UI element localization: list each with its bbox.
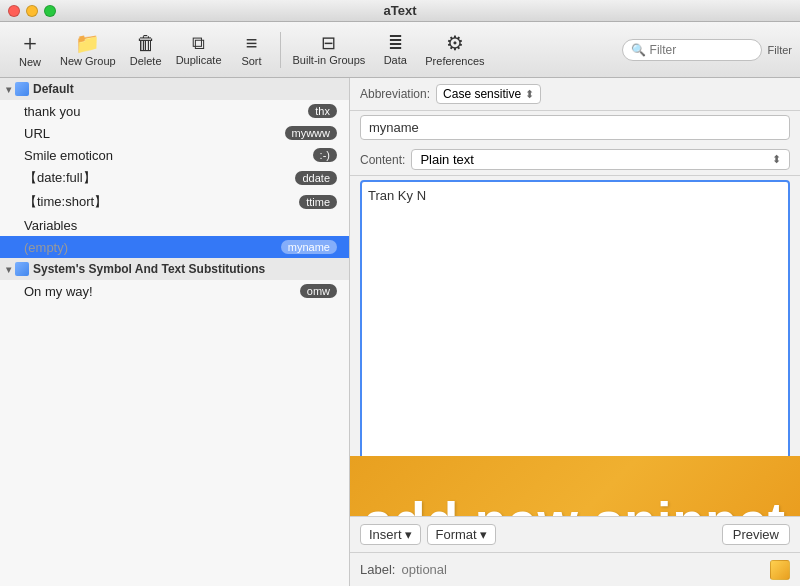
preferences-label: Preferences (425, 55, 484, 67)
format-label: Format (436, 527, 477, 542)
chevron-down-icon-2: ⬍ (772, 153, 781, 166)
banner-text: add new snippet (364, 491, 786, 516)
preview-button[interactable]: Preview (722, 524, 790, 545)
list-item-selected[interactable]: (empty) myname (0, 236, 349, 258)
group-triangle-default: ▾ (6, 84, 11, 95)
chevron-down-icon: ⬍ (525, 88, 534, 101)
item-badge: myname (281, 240, 337, 254)
case-sensitive-value: Case sensitive (443, 87, 521, 101)
label-row: Label: (350, 552, 800, 586)
item-badge: :-) (313, 148, 337, 162)
preview-label: Preview (733, 527, 779, 542)
group-header-default[interactable]: ▾ Default (0, 78, 349, 100)
search-icon: 🔍 (631, 43, 646, 57)
abbreviation-field: myname (360, 115, 790, 140)
abbreviation-value: myname (369, 120, 419, 135)
item-label: 【time:short】 (24, 193, 299, 211)
insert-chevron-icon: ▾ (405, 527, 412, 542)
list-item[interactable]: Variables (0, 214, 349, 236)
item-label: URL (24, 126, 285, 141)
item-badge: mywww (285, 126, 338, 140)
folder-icon-system (15, 262, 29, 276)
title-bar: aText (0, 0, 800, 22)
banner-overlay: add new snippet (350, 456, 800, 516)
group-triangle-system: ▾ (6, 264, 11, 275)
minimize-button[interactable] (26, 5, 38, 17)
list-item[interactable]: On my way! omw (0, 280, 349, 302)
data-icon: ≣ (388, 34, 403, 52)
sidebar: ▾ Default thank you thx URL mywww Smile … (0, 78, 350, 586)
filter-box[interactable]: 🔍 (622, 39, 762, 61)
list-item[interactable]: Smile emoticon :-) (0, 144, 349, 166)
abbreviation-label: Abbreviation: (360, 87, 430, 101)
filter-input[interactable] (650, 43, 753, 57)
item-badge: thx (308, 104, 337, 118)
item-badge: ttime (299, 195, 337, 209)
delete-icon: 🗑 (136, 33, 156, 53)
insert-button[interactable]: Insert ▾ (360, 524, 421, 545)
preferences-icon: ⚙ (446, 33, 464, 53)
content-type-select[interactable]: Plain text ⬍ (411, 149, 790, 170)
list-item[interactable]: URL mywww (0, 122, 349, 144)
list-item[interactable]: 【date:full】 ddate (0, 166, 349, 190)
built-in-groups-button[interactable]: ⊟ Built-in Groups (287, 26, 372, 74)
content-type-value: Plain text (420, 152, 473, 167)
sort-button[interactable]: ≡ Sort (230, 26, 274, 74)
format-chevron-icon: ▾ (480, 527, 487, 542)
built-in-groups-icon: ⊟ (321, 34, 336, 52)
new-label: New (19, 56, 41, 68)
item-label: Smile emoticon (24, 148, 313, 163)
window-title: aText (384, 3, 417, 18)
group-header-system[interactable]: ▾ System's Symbol And Text Substitutions (0, 258, 349, 280)
built-in-groups-label: Built-in Groups (293, 54, 366, 66)
main-layout: ▾ Default thank you thx URL mywww Smile … (0, 78, 800, 586)
item-label: On my way! (24, 284, 300, 299)
item-label: Variables (24, 218, 337, 233)
content-wrapper: Tran Ky N add new snippet (350, 176, 800, 516)
content-label: Content: (360, 153, 405, 167)
data-button[interactable]: ≣ Data (373, 26, 417, 74)
item-badge: omw (300, 284, 337, 298)
label-color-swatch[interactable] (770, 560, 790, 580)
delete-button[interactable]: 🗑 Delete (124, 26, 168, 74)
list-item[interactable]: thank you thx (0, 100, 349, 122)
duplicate-label: Duplicate (176, 54, 222, 66)
delete-label: Delete (130, 55, 162, 67)
close-button[interactable] (8, 5, 20, 17)
data-label: Data (384, 54, 407, 66)
item-label: thank you (24, 104, 308, 119)
filter-label: Filter (768, 44, 792, 56)
duplicate-button[interactable]: ⧉ Duplicate (170, 26, 228, 74)
case-sensitive-select[interactable]: Case sensitive ⬍ (436, 84, 541, 104)
toolbar-right: 🔍 Filter (622, 39, 792, 61)
bottom-toolbar: Insert ▾ Format ▾ Preview (350, 516, 800, 552)
preferences-button[interactable]: ⚙ Preferences (419, 26, 490, 74)
label-input[interactable] (401, 562, 764, 577)
group-name-default: Default (33, 82, 74, 96)
new-group-button[interactable]: 📁 New Group (54, 26, 122, 74)
content-pane: Abbreviation: Case sensitive ⬍ myname Co… (350, 78, 800, 586)
sort-icon: ≡ (246, 33, 258, 53)
maximize-button[interactable] (44, 5, 56, 17)
group-name-system: System's Symbol And Text Substitutions (33, 262, 265, 276)
item-badge: ddate (295, 171, 337, 185)
sort-label: Sort (241, 55, 261, 67)
toolbar: ＋ New 📁 New Group 🗑 Delete ⧉ Duplicate ≡… (0, 22, 800, 78)
new-group-label: New Group (60, 55, 116, 67)
window-controls (8, 5, 56, 17)
separator-1 (280, 32, 281, 68)
item-label: (empty) (24, 240, 281, 255)
new-group-icon: 📁 (75, 33, 100, 53)
label-label: Label: (360, 562, 395, 577)
new-icon: ＋ (19, 32, 41, 54)
duplicate-icon: ⧉ (192, 34, 205, 52)
folder-icon-default (15, 82, 29, 96)
list-item[interactable]: 【time:short】 ttime (0, 190, 349, 214)
text-content-value: Tran Ky N (368, 188, 426, 203)
format-button[interactable]: Format ▾ (427, 524, 496, 545)
insert-label: Insert (369, 527, 402, 542)
item-label: 【date:full】 (24, 169, 295, 187)
content-header: Content: Plain text ⬍ (350, 144, 800, 176)
abbreviation-row: Abbreviation: Case sensitive ⬍ (350, 78, 800, 111)
new-button[interactable]: ＋ New (8, 26, 52, 74)
